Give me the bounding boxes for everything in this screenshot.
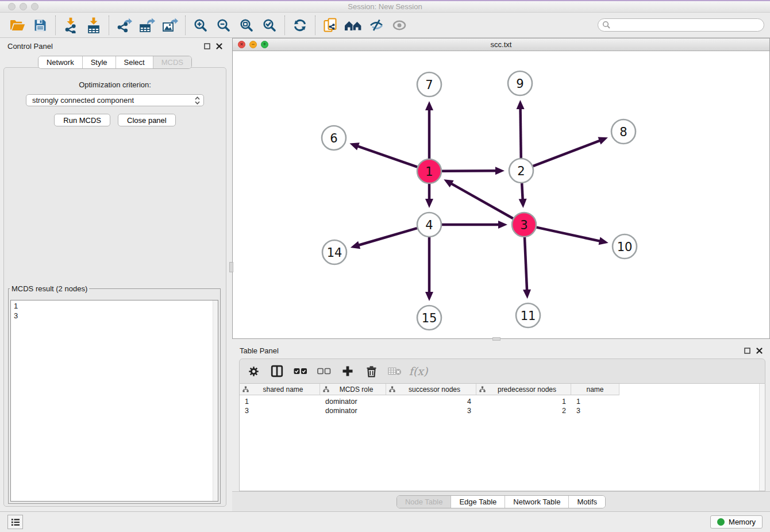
mcds-result-group: MCDS result (2 nodes) 1 3 [8, 284, 221, 504]
show-graphics-details-button[interactable] [388, 15, 411, 36]
cell-mcds-role[interactable]: dominator [320, 398, 386, 406]
column-header-name[interactable]: name [571, 384, 619, 395]
open-file-button[interactable] [6, 15, 29, 36]
cell-name[interactable]: 3 [571, 407, 619, 415]
graph-edge-2-9[interactable] [521, 108, 521, 158]
delete-table-button[interactable] [388, 364, 402, 378]
graph-edge-3-1[interactable] [451, 183, 513, 218]
export-image-button[interactable] [159, 15, 182, 36]
tab-mcds[interactable]: MCDS [153, 56, 191, 68]
show-columns-button[interactable] [270, 364, 284, 378]
table-row[interactable]: 3dominator323 [240, 406, 765, 415]
graph-edge-1-6[interactable] [357, 146, 418, 167]
graph-edge-2-3[interactable] [522, 183, 523, 200]
control-panel-header: Control Panel [0, 38, 230, 54]
window-titlebar: Session: New Session [0, 0, 770, 13]
graph-edge-3-11[interactable] [525, 237, 527, 291]
memory-button[interactable]: Memory [710, 515, 763, 529]
cell-predecessor-nodes[interactable]: 1 [476, 398, 571, 406]
graph-edge-2-8[interactable] [533, 140, 600, 166]
close-panel-icon[interactable] [756, 348, 763, 354]
window-close-icon[interactable] [8, 3, 16, 10]
table-row[interactable]: 1dominator411 [240, 397, 765, 406]
search-input[interactable] [598, 18, 764, 32]
graph-edge-1-2[interactable] [442, 171, 496, 171]
network-close-icon[interactable]: × [238, 41, 245, 48]
graph-edge-3-10[interactable] [536, 228, 600, 241]
cell-successor-nodes[interactable]: 4 [386, 398, 476, 406]
task-history-button[interactable] [7, 515, 23, 529]
graph-edge-arrowhead [351, 241, 360, 249]
network-minimize-icon[interactable]: − [249, 41, 257, 48]
column-header-successor-nodes[interactable]: successor nodes [386, 384, 476, 395]
cell-successor-nodes[interactable]: 3 [386, 407, 476, 415]
zoom-fit-button[interactable] [235, 15, 258, 36]
zoom-selected-button[interactable] [258, 15, 281, 36]
column-header-shared-name[interactable]: shared name [240, 384, 320, 395]
export-table-button[interactable] [136, 15, 159, 36]
cell-shared-name[interactable]: 1 [240, 398, 320, 406]
new-network-from-selection-button[interactable] [319, 15, 342, 36]
columns-icon [271, 365, 283, 377]
zoom-in-button[interactable] [189, 15, 212, 36]
import-network-file-button[interactable] [59, 15, 82, 36]
network-view-titlebar[interactable]: × − + scc.txt [233, 38, 769, 51]
table-scrollbar[interactable] [759, 384, 765, 491]
graph-node-label: 4 [425, 218, 433, 232]
trash-icon [366, 365, 377, 377]
graph-node-label: 2 [517, 164, 525, 178]
network-view-window: × − + scc.txt 7968124314101511 [232, 38, 770, 339]
network-maximize-icon[interactable]: + [261, 41, 268, 48]
select-all-rows-button[interactable] [294, 364, 307, 378]
cell-mcds-role[interactable]: dominator [320, 407, 386, 415]
table-tabs-strip: Node TableEdge TableNetwork TableMotifs [232, 491, 770, 511]
status-bar: Memory [0, 511, 770, 532]
table-settings-button[interactable] [247, 364, 260, 378]
mcds-result-scrollbar[interactable] [213, 300, 218, 501]
tab-select[interactable]: Select [116, 56, 153, 68]
tab-node-table[interactable]: Node Table [397, 496, 452, 508]
list-icon [11, 518, 20, 526]
column-tree-icon [479, 386, 486, 392]
column-header-predecessor-nodes[interactable]: predecessor nodes [476, 384, 571, 395]
toolbar-separator [55, 16, 56, 35]
cell-name[interactable]: 1 [571, 398, 619, 406]
network-view-title: scc.txt [233, 40, 769, 49]
column-header-label: predecessor nodes [486, 385, 568, 394]
tab-edge-table[interactable]: Edge Table [451, 496, 505, 508]
apply-function-button[interactable]: f(x) [411, 364, 425, 378]
close-panel-button[interactable]: Close panel [118, 114, 176, 126]
zoom-out-button[interactable] [212, 15, 235, 36]
optimization-select[interactable]: strongly connected component [26, 94, 204, 106]
save-floppy-icon [33, 18, 47, 32]
close-panel-icon[interactable] [216, 43, 222, 49]
network-canvas[interactable]: 7968124314101511 [233, 51, 769, 338]
deselect-all-rows-button[interactable] [317, 364, 331, 378]
run-mcds-button[interactable]: Run MCDS [54, 114, 110, 126]
window-zoom-icon[interactable] [31, 3, 38, 10]
tab-network-table[interactable]: Network Table [505, 496, 569, 508]
window-minimize-icon[interactable] [20, 3, 27, 10]
add-column-button[interactable] [341, 364, 355, 378]
tab-network[interactable]: Network [38, 56, 83, 68]
column-header-mcds-role[interactable]: MCDS role [320, 384, 386, 395]
float-panel-icon[interactable] [204, 43, 210, 49]
cell-shared-name[interactable]: 3 [240, 407, 320, 415]
network-graph[interactable]: 7968124314101511 [233, 51, 769, 338]
float-panel-icon[interactable] [744, 348, 750, 354]
graph-edge-4-14[interactable] [358, 228, 417, 245]
panel-splitter-handle-horizontal[interactable] [492, 337, 500, 341]
apply-preferred-layout-button[interactable] [342, 15, 365, 36]
panel-splitter-handle-vertical[interactable] [229, 262, 233, 272]
save-session-button[interactable] [29, 15, 52, 36]
export-network-button[interactable] [113, 15, 136, 36]
tab-style[interactable]: Style [83, 56, 116, 68]
delete-column-button[interactable] [364, 364, 378, 378]
plus-icon [342, 365, 353, 377]
tab-motifs[interactable]: Motifs [569, 496, 605, 508]
cell-predecessor-nodes[interactable]: 2 [476, 407, 571, 415]
import-table-file-button[interactable] [82, 15, 105, 36]
refresh-view-button[interactable] [288, 15, 311, 36]
hide-graphics-details-button[interactable] [365, 15, 388, 36]
mcds-result-list[interactable]: 1 3 [10, 300, 218, 502]
